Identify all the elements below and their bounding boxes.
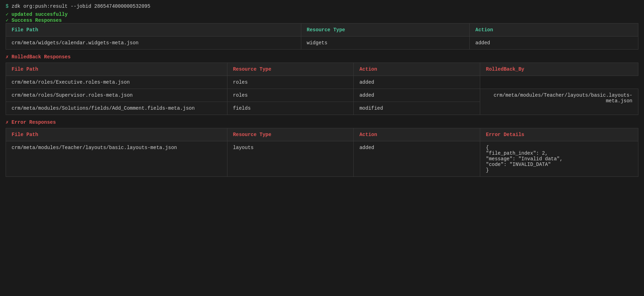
table-row: crm/meta/modules/Teacher/layouts/basic.l…: [6, 141, 638, 177]
error-header-restype: Resource Type: [227, 128, 354, 141]
error-cell-action: added: [354, 141, 480, 177]
error-header-details: Error Details: [480, 128, 638, 141]
success-table-header-row: File Path Resource Type Action: [6, 24, 638, 37]
command-line: $ zdk org:push:result --jobid 2865474000…: [6, 4, 638, 9]
error-cell-filepath: crm/meta/modules/Teacher/layouts/basic.l…: [6, 141, 227, 177]
rollback-header-rolledbackby: RolledBack_By: [480, 63, 638, 76]
error-table-body: crm/meta/modules/Teacher/layouts/basic.l…: [6, 141, 638, 177]
rollback-section-header: ✗ RolledBack Responses: [6, 54, 638, 60]
error-cell-restype: layouts: [227, 141, 354, 177]
rollback-cell-action-1: added: [354, 89, 480, 102]
error-header-filepath: File Path: [6, 128, 227, 141]
rollback-table-header-row: File Path Resource Type Action RolledBac…: [6, 63, 638, 76]
success-header-restype: Resource Type: [301, 24, 470, 37]
error-header-action: Action: [354, 128, 480, 141]
rollback-table: File Path Resource Type Action RolledBac…: [6, 63, 638, 115]
rollback-table-body: crm/meta/roles/Executive.roles-meta.json…: [6, 76, 638, 115]
success-responses-message: ✓ Success Responses: [6, 17, 638, 23]
rollback-cell-restype-2: fields: [227, 102, 354, 115]
rollback-header-restype: Resource Type: [227, 63, 354, 76]
x-mark-error: ✗: [6, 120, 8, 125]
rollback-cell-action-2: modified: [354, 102, 480, 115]
terminal-output: $ zdk org:push:result --jobid 2865474000…: [0, 0, 644, 184]
rollback-cell-restype-0: roles: [227, 76, 354, 89]
error-cell-details: { "file_path_index": 2, "message": "Inva…: [480, 141, 638, 177]
check-mark-2: ✓: [6, 18, 8, 23]
rollback-cell-filepath-1: crm/meta/roles/Supervisor.roles-meta.jso…: [6, 89, 227, 102]
success-table-body: crm/meta/widgets/calendar.widgets-meta.j…: [6, 37, 638, 50]
rollback-cell-filepath-2: crm/meta/modules/Solutions/fields/Add_Co…: [6, 102, 227, 115]
table-row: crm/meta/roles/Executive.roles-meta.json…: [6, 76, 638, 89]
success-header-filepath: File Path: [6, 24, 301, 37]
success-header-action: Action: [470, 24, 638, 37]
success-cell-restype: widgets: [301, 37, 470, 50]
success-cell-action: added: [470, 37, 638, 50]
success-cell-filepath: crm/meta/widgets/calendar.widgets-meta.j…: [6, 37, 301, 50]
table-row: crm/meta/roles/Supervisor.roles-meta.jso…: [6, 89, 638, 102]
rollback-header-action: Action: [354, 63, 480, 76]
rollback-cell-filepath-0: crm/meta/roles/Executive.roles-meta.json: [6, 76, 227, 89]
command-text: zdk org:push:result --jobid 286547400000…: [12, 4, 150, 9]
error-table: File Path Resource Type Action Error Det…: [6, 128, 638, 177]
updated-success-message: ✓ updated succesfully: [6, 11, 638, 17]
error-table-header-row: File Path Resource Type Action Error Det…: [6, 128, 638, 141]
table-row: crm/meta/widgets/calendar.widgets-meta.j…: [6, 37, 638, 50]
check-mark-1: ✓: [6, 12, 8, 17]
error-section-header: ✗ Error Responses: [6, 119, 638, 125]
x-mark-rollback: ✗: [6, 54, 8, 60]
rollback-header-filepath: File Path: [6, 63, 227, 76]
rollback-cell-rolledbackby: crm/meta/modules/Teacher/layouts/basic.l…: [480, 89, 638, 115]
rollback-cell-action-0: added: [354, 76, 480, 89]
prompt-prefix: $: [6, 4, 12, 9]
rollback-cell-restype-1: roles: [227, 89, 354, 102]
success-table: File Path Resource Type Action crm/meta/…: [6, 23, 638, 50]
